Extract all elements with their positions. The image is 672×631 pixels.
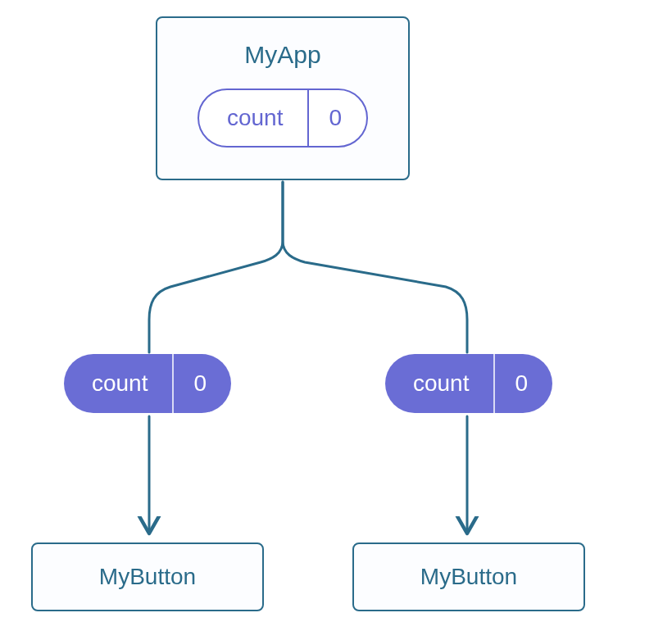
parent-component-title: MyApp	[244, 41, 320, 69]
child-prop-wrapper-left: count 0	[49, 354, 246, 413]
state-flow-diagram: MyApp count 0 count 0 count 0 MyButton M…	[0, 0, 672, 631]
parent-component-box: MyApp count 0	[156, 16, 410, 180]
prop-value: 0	[174, 354, 231, 413]
parent-state-pill: count 0	[198, 89, 368, 148]
child-component-title: MyButton	[99, 564, 196, 590]
state-label: count	[199, 90, 308, 146]
child-prop-pill: count 0	[385, 354, 552, 413]
child-prop-pill: count 0	[64, 354, 231, 413]
prop-label: count	[64, 354, 173, 413]
child-component-box-right: MyButton	[352, 542, 585, 611]
child-component-title: MyButton	[420, 564, 517, 590]
prop-label: count	[385, 354, 494, 413]
child-component-box-left: MyButton	[31, 542, 264, 611]
state-value: 0	[309, 90, 366, 146]
child-prop-wrapper-right: count 0	[370, 354, 567, 413]
prop-value: 0	[495, 354, 552, 413]
